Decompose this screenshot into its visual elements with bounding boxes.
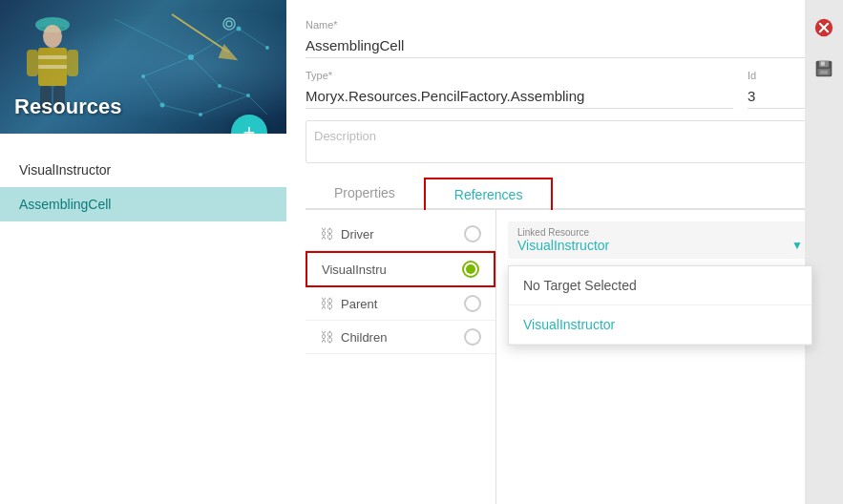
sidebar-item-visual-instructor[interactable]: VisualInstructor	[0, 153, 286, 187]
dropdown-arrow-icon: ▼	[791, 239, 803, 252]
radio-dot	[466, 264, 475, 274]
type-id-row: Type* Id	[306, 70, 824, 109]
type-label: Type*	[306, 70, 733, 81]
type-input[interactable]	[306, 84, 733, 109]
save-button[interactable]	[811, 55, 837, 82]
prop-children-label: Children	[341, 330, 387, 345]
prop-children[interactable]: ⛓ Children	[306, 321, 495, 354]
dropdown-option-visual-instructor[interactable]: VisualInstructor	[509, 305, 811, 345]
action-bar	[805, 0, 843, 504]
prop-visual-instructor-label: VisualInstru	[322, 262, 387, 277]
sidebar: Resources + VisualInstructor AssemblingC…	[0, 0, 286, 504]
tabs: Properties References	[306, 178, 824, 210]
prop-driver[interactable]: ⛓ Driver	[306, 218, 495, 251]
close-icon	[814, 18, 833, 37]
svg-line-6	[162, 105, 200, 115]
svg-rect-39	[820, 71, 828, 74]
description-label: Description	[314, 129, 376, 143]
save-icon	[814, 59, 833, 78]
svg-point-20	[223, 18, 235, 30]
svg-line-7	[200, 95, 248, 115]
svg-rect-37	[821, 62, 825, 66]
svg-rect-26	[27, 50, 38, 76]
prop-children-radio[interactable]	[464, 328, 481, 346]
svg-line-18	[172, 14, 229, 52]
svg-rect-29	[38, 65, 67, 69]
dropdown-menu: No Target Selected VisualInstructor	[508, 265, 812, 346]
linked-resource-container: Linked Resource VisualInstructor ▼	[508, 221, 812, 259]
references-panel: ⛓ Driver VisualInstru ⛓ Parent	[306, 210, 824, 504]
prop-visual-instructor[interactable]: VisualInstru	[306, 251, 495, 287]
linked-resource-label: Linked Resource	[517, 227, 803, 238]
tab-references[interactable]: References	[424, 178, 554, 210]
link-icon-children: ⛓	[320, 329, 333, 345]
tab-properties[interactable]: Properties	[306, 178, 424, 208]
svg-point-17	[141, 74, 145, 78]
close-button[interactable]	[811, 14, 837, 41]
description-field[interactable]: Description	[306, 120, 824, 163]
svg-point-13	[160, 103, 165, 108]
name-field-row: Name*	[306, 19, 824, 58]
linked-resource-select[interactable]: VisualInstructor ▼	[517, 238, 803, 253]
dropdown-option-no-target[interactable]: No Target Selected	[509, 266, 811, 305]
link-icon-parent: ⛓	[320, 296, 333, 311]
svg-point-14	[199, 113, 202, 116]
svg-point-21	[226, 21, 232, 27]
svg-point-24	[43, 25, 62, 48]
prop-driver-label: Driver	[341, 227, 374, 242]
main-content: Name* Type* Id Description Properties Re…	[286, 0, 843, 504]
link-icon-driver: ⛓	[320, 226, 333, 242]
name-input[interactable]	[306, 33, 824, 58]
linked-resource-value: VisualInstructor	[517, 238, 609, 253]
prop-parent-radio[interactable]	[464, 295, 481, 312]
sidebar-list: VisualInstructor AssemblingCell	[0, 153, 286, 504]
svg-rect-27	[67, 50, 78, 76]
sidebar-title: Resources	[14, 94, 122, 119]
svg-line-2	[191, 57, 220, 86]
prop-parent[interactable]: ⛓ Parent	[306, 287, 495, 321]
prop-driver-radio[interactable]	[464, 225, 481, 242]
prop-visual-instructor-radio[interactable]	[462, 261, 479, 278]
svg-point-15	[246, 94, 250, 97]
svg-line-4	[143, 57, 191, 76]
properties-list: ⛓ Driver VisualInstru ⛓ Parent	[306, 210, 496, 504]
svg-line-5	[143, 76, 162, 105]
sidebar-header: Resources +	[0, 0, 286, 134]
sidebar-item-assembling-cell[interactable]: AssemblingCell	[0, 187, 286, 221]
svg-line-8	[248, 95, 267, 115]
svg-line-0	[115, 19, 191, 57]
svg-rect-28	[38, 55, 67, 59]
svg-point-12	[218, 84, 221, 88]
svg-point-10	[188, 54, 194, 60]
name-label: Name*	[306, 19, 824, 31]
prop-parent-label: Parent	[341, 297, 377, 311]
svg-point-16	[265, 46, 269, 50]
svg-line-9	[220, 86, 248, 95]
svg-point-11	[237, 27, 242, 32]
right-panel: Linked Resource VisualInstructor ▼ No Ta…	[496, 210, 824, 504]
svg-line-3	[239, 29, 267, 48]
type-field: Type*	[306, 70, 733, 109]
